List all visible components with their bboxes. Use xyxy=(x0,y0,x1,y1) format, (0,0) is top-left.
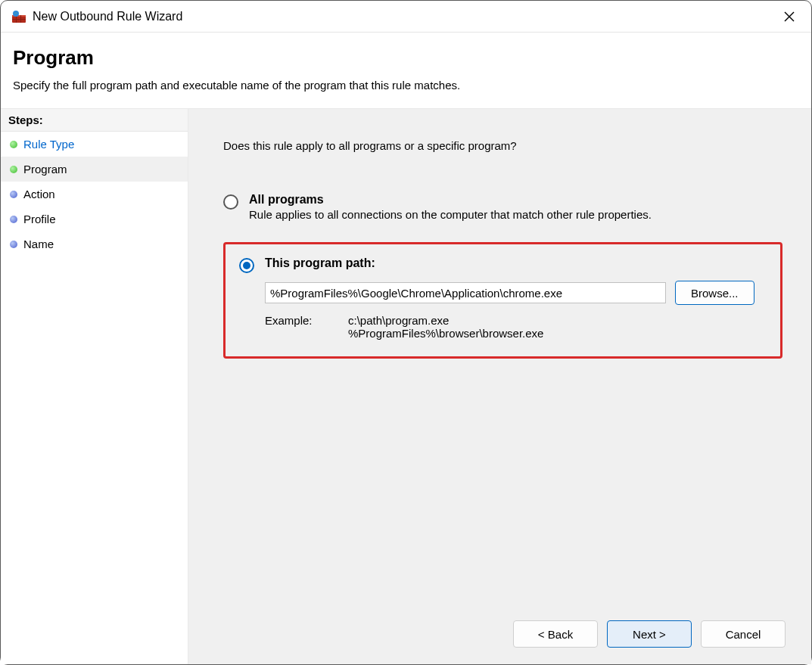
browse-button[interactable]: Browse... xyxy=(675,281,754,305)
option-all-title: All programs xyxy=(249,193,782,207)
steps-sidebar: Steps: Rule Type Program Action Profile … xyxy=(1,109,188,664)
step-label: Name xyxy=(23,238,54,250)
cancel-button[interactable]: Cancel xyxy=(701,620,786,648)
page-header: Program Specify the full program path an… xyxy=(1,33,811,109)
step-label: Rule Type xyxy=(23,138,74,151)
option-path-body: This program path: Browse... Example: c:… xyxy=(265,256,767,340)
svg-rect-4 xyxy=(20,15,21,23)
titlebar: New Outbound Rule Wizard xyxy=(1,1,811,33)
option-path-title: This program path: xyxy=(265,256,767,270)
main-panel: Does this rule apply to all programs or … xyxy=(188,109,811,664)
step-name[interactable]: Name xyxy=(1,232,188,256)
svg-rect-2 xyxy=(12,19,26,20)
back-button[interactable]: < Back xyxy=(513,620,598,648)
step-profile[interactable]: Profile xyxy=(1,207,188,232)
close-button[interactable] xyxy=(772,1,807,33)
next-button[interactable]: Next > xyxy=(607,620,692,648)
step-rule-type[interactable]: Rule Type xyxy=(1,132,188,157)
option-this-program-path[interactable]: This program path: Browse... Example: c:… xyxy=(239,256,767,340)
wizard-window: New Outbound Rule Wizard Program Specify… xyxy=(0,0,812,665)
question-text: Does this rule apply to all programs or … xyxy=(223,139,782,152)
option-all-desc: Rule applies to all connections on the c… xyxy=(249,208,782,221)
step-dot-icon xyxy=(10,241,17,248)
close-icon xyxy=(784,11,795,22)
step-label: Program xyxy=(23,163,67,176)
program-path-row: Browse... xyxy=(265,281,767,305)
example-row: Example: c:\path\program.exe %ProgramFil… xyxy=(265,314,767,340)
wizard-body: Steps: Rule Type Program Action Profile … xyxy=(1,109,811,664)
step-dot-icon xyxy=(10,216,17,223)
page-title: Program xyxy=(13,46,799,70)
page-subtitle: Specify the full program path and execut… xyxy=(13,79,799,92)
step-program[interactable]: Program xyxy=(1,157,188,182)
option-all-body: All programs Rule applies to all connect… xyxy=(249,193,782,221)
firewall-icon xyxy=(11,9,26,24)
option-all-programs[interactable]: All programs Rule applies to all connect… xyxy=(223,193,782,221)
program-path-input[interactable] xyxy=(265,282,666,303)
step-dot-icon xyxy=(10,141,17,148)
window-title: New Outbound Rule Wizard xyxy=(33,10,772,23)
example-label: Example: xyxy=(265,314,325,340)
steps-heading: Steps: xyxy=(1,109,188,132)
step-dot-icon xyxy=(10,166,17,173)
step-label: Profile xyxy=(23,213,56,225)
radio-this-program-path[interactable] xyxy=(239,258,254,273)
step-action[interactable]: Action xyxy=(1,182,188,207)
step-dot-icon xyxy=(10,191,17,198)
step-label: Action xyxy=(23,188,55,200)
highlight-this-program-path: This program path: Browse... Example: c:… xyxy=(223,242,782,359)
example-values: c:\path\program.exe %ProgramFiles%\brows… xyxy=(348,314,543,340)
wizard-footer: < Back Next > Cancel xyxy=(188,620,811,648)
radio-all-programs[interactable] xyxy=(223,194,238,210)
